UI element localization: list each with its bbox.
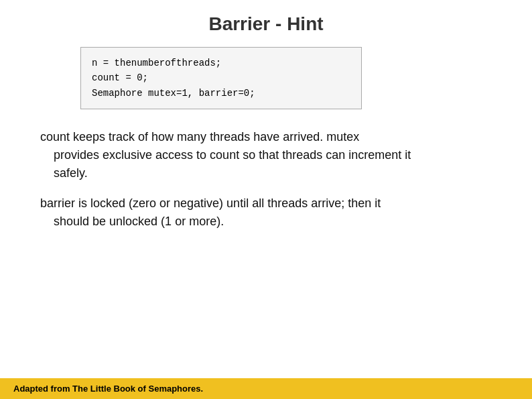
slide: Barrier - Hint n = thenumberofthreads; c…	[0, 0, 532, 399]
para2-line2: should be unlocked (1 or more).	[40, 215, 224, 228]
paragraph-2: barrier is locked (zero or negative) unt…	[40, 194, 492, 231]
code-line-2: count = 0;	[92, 70, 350, 85]
footer: Adapted from The Little Book of Semaphor…	[0, 378, 532, 399]
body-text: count keeps track of how many threads ha…	[40, 128, 492, 231]
slide-title: Barrier - Hint	[0, 0, 532, 47]
paragraph-1: count keeps track of how many threads ha…	[40, 128, 492, 182]
code-line-1: n = thenumberofthreads;	[92, 56, 350, 70]
para1-line1: count keeps track of how many threads ha…	[40, 130, 359, 144]
footer-text: Adapted from The Little Book of Semaphor…	[13, 384, 203, 394]
para2-line1: barrier is locked (zero or negative) unt…	[40, 196, 381, 210]
para1-line3: safely.	[40, 166, 88, 180]
code-block: n = thenumberofthreads; count = 0; Semap…	[80, 47, 362, 109]
para1-line2: provides exclusive access to count so th…	[40, 148, 411, 162]
code-line-3: Semaphore mutex=1, barrier=0;	[92, 86, 350, 101]
